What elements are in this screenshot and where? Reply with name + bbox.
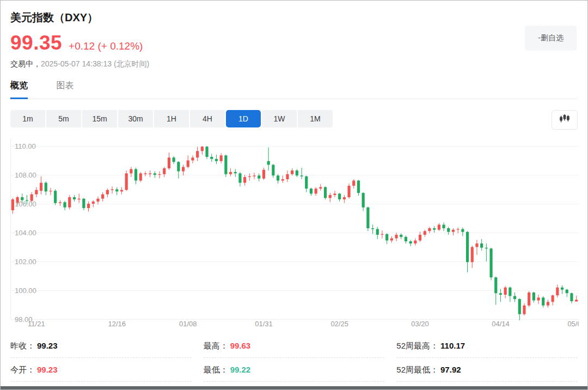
x-axis-label: 02/25: [330, 320, 348, 328]
quote-page: 美元指数（DXY） -删自选 99.35 +0.12 (+ 0.12%) 交易中…: [0, 0, 588, 390]
period-button-1w[interactable]: 1W: [262, 110, 297, 127]
bottom-scrollbar[interactable]: [1, 386, 587, 389]
stat-row: 最低：99.22: [204, 358, 385, 382]
x-axis-label: 03/20: [411, 320, 429, 328]
price-row: 99.35 +0.12 (+ 0.12%): [10, 32, 578, 54]
chart-type-button[interactable]: [552, 110, 578, 130]
tab-chart[interactable]: 图表: [56, 80, 74, 97]
quote-timestamp: 2025-05-07 14:38:13 (北京时间): [41, 59, 149, 68]
y-axis-label: 100.00: [15, 287, 36, 295]
price-change: +0.12 (+ 0.12%): [69, 40, 143, 52]
x-axis-label: 01/08: [179, 320, 197, 328]
stat-label: 最低：: [204, 365, 228, 374]
stat-column: 52周最高：110.1752周最低：97.92: [396, 334, 578, 382]
period-button-30m[interactable]: 30m: [118, 110, 153, 127]
x-axis-label: 11/21: [28, 320, 45, 328]
period-button-1m[interactable]: 1M: [298, 110, 333, 127]
stat-row: 最高：99.63: [204, 334, 385, 358]
stat-label: 今开：: [10, 365, 35, 374]
period-button-5m[interactable]: 5m: [46, 110, 81, 127]
stat-value: 99.23: [37, 341, 58, 350]
period-button-4h[interactable]: 4H: [190, 110, 225, 127]
stat-row: 昨收：99.23: [10, 334, 192, 358]
period-selector: 1m5m15m30m1H4H1D1W1M: [10, 110, 333, 127]
period-button-1m[interactable]: 1m: [10, 110, 45, 127]
stat-label: 52周最高：: [396, 341, 438, 350]
period-button-1d[interactable]: 1D: [226, 110, 261, 127]
stat-label: 52周最低：: [396, 365, 438, 374]
tab-overview[interactable]: 概览: [10, 80, 28, 99]
period-button-15m[interactable]: 15m: [82, 110, 117, 127]
stat-value: 97.92: [440, 365, 461, 374]
candlestick-icon: [559, 113, 570, 126]
stat-column: 最高：99.63最低：99.22: [204, 334, 385, 382]
chart-toolbar: 1m5m15m30m1H4H1D1W1M: [10, 110, 578, 129]
stat-label: 最高：: [204, 341, 228, 350]
remove-watchlist-button[interactable]: -删自选: [525, 26, 577, 51]
stat-label: 昨收：: [10, 341, 35, 350]
market-status: 交易中，2025-05-07 14:38:13 (北京时间): [10, 59, 578, 69]
y-axis-label: 104.00: [15, 229, 36, 237]
x-axis-label: 05/07: [567, 320, 579, 328]
trading-status-label: 交易中，: [10, 59, 41, 68]
view-tabs: 概览 图表: [10, 80, 578, 99]
x-axis-label: 01/31: [255, 320, 273, 328]
page-title: 美元指数（DXY）: [10, 10, 578, 25]
stats-panel: 昨收：99.23今开：99.23最高：99.63最低：99.2252周最高：11…: [10, 334, 578, 382]
last-price: 99.35: [10, 32, 62, 54]
candlestick-chart[interactable]: 110.00108.00106.00104.00102.00100.0098.0…: [10, 134, 578, 330]
y-axis-label: 108.00: [15, 171, 36, 179]
x-axis-label: 04/14: [492, 320, 510, 328]
y-axis-label: 110.00: [15, 142, 36, 150]
stat-value: 110.17: [440, 341, 465, 350]
stat-value: 99.22: [230, 365, 251, 374]
stat-value: 99.23: [37, 365, 58, 374]
stat-value: 99.63: [230, 341, 251, 350]
y-axis-label: 106.00: [15, 200, 36, 208]
period-button-1h[interactable]: 1H: [154, 110, 189, 127]
x-axis-label: 12/16: [108, 320, 126, 328]
stat-row: 52周最低：97.92: [396, 358, 578, 382]
stat-column: 昨收：99.23今开：99.23: [10, 334, 192, 382]
stat-row: 52周最高：110.17: [396, 334, 578, 358]
stat-row: 今开：99.23: [10, 358, 192, 382]
y-axis-label: 102.00: [15, 258, 36, 266]
